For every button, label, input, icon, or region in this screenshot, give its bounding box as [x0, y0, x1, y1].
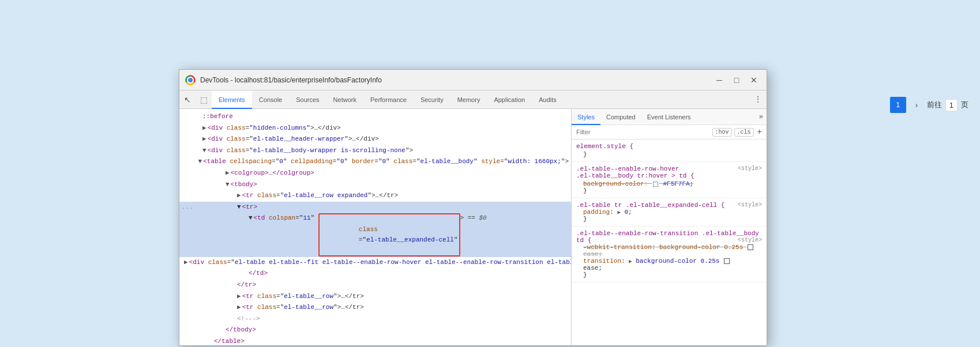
devtools-tabs-bar: ↖ ⬚ Elements Console Sources Network Per…: [179, 90, 767, 109]
filter-badges: :hov .cls +: [712, 127, 762, 137]
chrome-icon: [185, 75, 196, 85]
css-strikethrough: background-color: #F5F7FA;: [583, 180, 693, 187]
close-button[interactable]: ✕: [747, 75, 761, 85]
page-prev-label: 前往: [927, 100, 942, 110]
html-line[interactable]: ▼ <table cellspacing="0" cellpadding="0"…: [179, 156, 571, 168]
tab-styles[interactable]: Styles: [572, 109, 600, 125]
tab-elements[interactable]: Elements: [212, 90, 252, 109]
styles-tabs: Styles Computed Event Listeners »: [572, 109, 767, 125]
expand-arrow[interactable]: ▶: [237, 191, 241, 201]
triangle-icon[interactable]: ▶: [617, 210, 620, 216]
titlebar-buttons: ─ □ ✕: [712, 75, 761, 85]
next-page-button[interactable]: ›: [910, 98, 923, 112]
html-line[interactable]: ▶ <div class="hidden-columns">…</div>: [179, 123, 571, 134]
css-selector: .el-table tr .el-table__expanded-cell {: [576, 202, 724, 209]
html-line-td-highlighted[interactable]: ▼ <td colspan ="11" class ="el-table__ex…: [179, 213, 571, 257]
add-style-button[interactable]: +: [757, 127, 762, 137]
minimize-button[interactable]: ─: [712, 75, 726, 85]
css-close: }: [576, 187, 762, 194]
css-selector: .el-table--enable-row-transition .el-tab…: [576, 230, 759, 244]
expand-arrow[interactable]: ▼: [202, 146, 206, 156]
tab-event-listeners[interactable]: Event Listeners: [641, 109, 697, 125]
css-source: <style>: [738, 202, 762, 208]
more-tabs-button[interactable]: ⋮: [749, 95, 767, 104]
html-line[interactable]: ▶ <div class="el-table__header-wrapper">…: [179, 134, 571, 145]
devtools-window: DevTools - localhost:81/basic/enterprise…: [179, 69, 767, 346]
html-line[interactable]: ▶ <tr class="el-table__row">…</tr>: [179, 291, 571, 303]
inspect-icon[interactable]: ⬚: [196, 90, 212, 109]
css-source: <style>: [738, 237, 762, 243]
html-line-tr-selected[interactable]: ▼ <tr> ...: [179, 202, 571, 213]
expand-arrow[interactable]: ▼: [237, 202, 241, 213]
css-rule-ease: ease;: [576, 265, 762, 271]
color-swatch[interactable]: [653, 182, 658, 187]
css-block-expanded: .el-table tr .el-table__expanded-cell { …: [572, 198, 767, 227]
pagination: 1 › 前往 1 页: [890, 97, 968, 113]
maximize-button[interactable]: □: [730, 75, 744, 85]
expand-arrow[interactable]: ▶: [202, 123, 206, 134]
css-close: }: [576, 151, 762, 158]
css-selector: .el-table--enable-row-hover: [576, 165, 679, 172]
checkbox-icon[interactable]: [724, 258, 730, 264]
html-line[interactable]: ▼ <tbody>: [179, 179, 571, 191]
css-rule: padding: ▶ 0;: [576, 209, 762, 216]
css-selector-line: .el-table--enable-row-hover <style>: [576, 165, 762, 172]
tab-sources[interactable]: Sources: [289, 90, 326, 109]
html-line[interactable]: ▶ <tr class="el-table__row expanded">…</…: [179, 190, 571, 202]
tag-open: <div: [208, 123, 227, 134]
tab-memory[interactable]: Memory: [450, 90, 487, 109]
html-line: ::before: [179, 111, 571, 123]
styles-panel: element.style { } .el-table--enable-row-…: [572, 139, 767, 345]
css-rule-webkit: -webkit-transition: background-color 0.2…: [576, 244, 762, 258]
devtools-main-area: ::before ▶ <div class="hidden-columns">……: [179, 109, 767, 345]
tab-application[interactable]: Application: [487, 90, 532, 109]
html-line: </tr>: [179, 280, 571, 291]
hov-badge[interactable]: :hov: [712, 128, 732, 137]
expand-arrow[interactable]: ▶: [237, 303, 241, 313]
html-line: </table>: [179, 336, 571, 345]
expand-arrow[interactable]: ▶: [184, 258, 188, 268]
styles-filter-input[interactable]: [576, 129, 712, 135]
page-current-input[interactable]: 1: [945, 99, 958, 111]
pseudo-element: ::before: [202, 112, 233, 122]
html-line[interactable]: ▼ <div class="el-table__body-wrapper is-…: [179, 145, 571, 157]
styles-filter-row: :hov .cls +: [572, 125, 767, 139]
css-selector-line: .el-table tr .el-table__expanded-cell { …: [576, 202, 762, 209]
tab-console[interactable]: Console: [252, 90, 289, 109]
css-selector-line: .el-table--enable-row-transition .el-tab…: [576, 230, 762, 244]
page-1-button[interactable]: 1: [890, 97, 906, 113]
css-close: }: [576, 271, 762, 278]
expand-arrow[interactable]: ▼: [226, 180, 230, 190]
css-block-hover: .el-table--enable-row-hover <style> .el-…: [572, 162, 767, 198]
expand-arrow[interactable]: ▼: [249, 213, 253, 224]
html-line: <!--->: [179, 314, 571, 325]
triangle-icon[interactable]: ▶: [629, 259, 632, 265]
elements-panel[interactable]: ::before ▶ <div class="hidden-columns">……: [179, 109, 572, 345]
dots: ...: [182, 202, 193, 213]
css-rule: background-color: #F5F7FA;: [576, 180, 762, 187]
more-style-tabs[interactable]: »: [756, 113, 767, 121]
expand-arrow[interactable]: ▼: [198, 157, 202, 167]
cls-badge[interactable]: .cls: [734, 128, 754, 137]
html-line[interactable]: ▶ <div class="el-table el-table--fit el-…: [179, 257, 571, 269]
css-close: }: [576, 216, 762, 222]
tab-computed[interactable]: Computed: [600, 109, 641, 125]
css-selector2: .el-table__body tr:hover > td {: [576, 172, 762, 179]
css-rule-transition: transition: ▶ background-color 0.25s: [576, 258, 762, 265]
css-block-element-style: element.style { }: [572, 139, 767, 162]
html-line[interactable]: ▶ <colgroup>…</colgroup>: [179, 168, 571, 179]
html-line[interactable]: ▶ <tr class="el-table__row">…</tr>: [179, 302, 571, 314]
tab-security[interactable]: Security: [414, 90, 450, 109]
expand-arrow[interactable]: ▶: [237, 292, 241, 302]
tab-audits[interactable]: Audits: [532, 90, 564, 109]
cursor-icon[interactable]: ↖: [179, 90, 196, 109]
expand-arrow[interactable]: ▶: [226, 168, 230, 179]
highlighted-attribute: class ="el-table__expanded-cell": [318, 213, 460, 256]
devtools-title: DevTools - localhost:81/basic/enterprise…: [200, 76, 712, 84]
checkbox-icon[interactable]: [748, 244, 753, 250]
tab-network[interactable]: Network: [326, 90, 363, 109]
css-selector: element.style {: [576, 143, 762, 150]
css-source: <style>: [738, 165, 762, 172]
expand-arrow[interactable]: ▶: [202, 134, 206, 145]
tab-performance[interactable]: Performance: [363, 90, 414, 109]
